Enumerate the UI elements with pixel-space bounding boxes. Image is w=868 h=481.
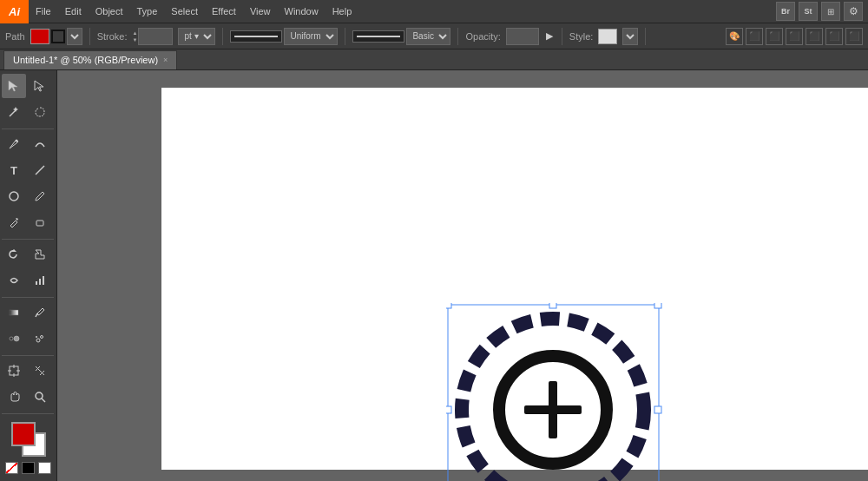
stroke-unit-select[interactable]: pt ▾ xyxy=(178,28,215,45)
basic-select[interactable]: Basic xyxy=(406,28,450,45)
curvature-tool[interactable] xyxy=(28,132,52,156)
svg-rect-4 xyxy=(36,221,43,226)
stroke-arrows[interactable]: ▲ ▼ xyxy=(133,30,138,43)
toolbar-right-icons: 🎨 ⬛ ⬛ ⬛ ⬛ ⬛ ⬛ xyxy=(726,28,863,45)
document-tab[interactable]: Untitled-1* @ 50% (RGB/Preview) × xyxy=(3,50,177,69)
magic-wand-tool[interactable] xyxy=(2,100,26,124)
align-left-icon[interactable]: ⬛ xyxy=(746,28,763,45)
fill-color-swatch[interactable] xyxy=(30,29,49,44)
uniform-select[interactable]: Uniform xyxy=(284,28,338,45)
blend-tool[interactable] xyxy=(2,326,26,351)
svg-rect-23 xyxy=(446,303,451,308)
black-swatch[interactable] xyxy=(22,462,35,474)
pen-tool[interactable] xyxy=(2,132,26,156)
tool-divider-3 xyxy=(2,297,54,298)
svg-rect-6 xyxy=(36,281,37,285)
small-swatches xyxy=(5,462,51,474)
style-label: Style: xyxy=(569,31,594,42)
tool-row-11 xyxy=(2,359,55,383)
gradient-tool[interactable] xyxy=(2,300,26,325)
divider-1 xyxy=(89,28,90,45)
tab-close-btn[interactable]: × xyxy=(163,56,168,64)
graph-tool[interactable] xyxy=(28,268,52,293)
search-icon[interactable]: ⚙ xyxy=(844,2,863,21)
distribute-icon[interactable]: ⬛ xyxy=(806,28,823,45)
ellipse-tool[interactable] xyxy=(2,184,26,208)
svg-rect-9 xyxy=(10,310,18,315)
tool-row-10 xyxy=(2,326,55,351)
opacity-expand-btn[interactable]: ▶ xyxy=(544,28,555,45)
svg-point-1 xyxy=(16,140,18,142)
menu-effect[interactable]: Effect xyxy=(205,0,243,23)
rotate-tool[interactable] xyxy=(2,242,26,267)
svg-point-11 xyxy=(14,336,19,341)
opacity-input[interactable]: 100% xyxy=(506,28,539,45)
symbol-tool[interactable] xyxy=(28,326,52,351)
tool-divider-2 xyxy=(2,239,54,240)
menu-select[interactable]: Select xyxy=(164,0,205,23)
workspace-btn[interactable]: ⊞ xyxy=(821,2,840,21)
menu-object[interactable]: Object xyxy=(89,0,130,23)
pencil-tool[interactable] xyxy=(2,210,26,234)
stroke-spinner[interactable]: ▲ ▼ 16 pt xyxy=(133,28,174,45)
foreground-color-swatch[interactable] xyxy=(11,422,36,446)
align-center-icon[interactable]: ⬛ xyxy=(766,28,783,45)
paintbrush-tool[interactable] xyxy=(28,184,52,208)
line-tool[interactable] xyxy=(28,158,52,182)
lasso-tool[interactable] xyxy=(28,100,52,124)
toolpanel: T xyxy=(0,70,57,481)
artwork-svg[interactable] xyxy=(446,303,663,481)
tool-row-2 xyxy=(2,100,55,124)
svg-rect-7 xyxy=(39,279,41,285)
type-tool[interactable]: T xyxy=(2,158,26,182)
menu-file[interactable]: File xyxy=(29,0,58,23)
tool-divider-4 xyxy=(2,355,54,356)
stroke-label: Stroke: xyxy=(97,31,128,42)
stock-btn[interactable]: St xyxy=(799,2,818,21)
tool-row-6 xyxy=(2,210,55,234)
path-label: Path xyxy=(5,31,25,42)
selection-tool[interactable] xyxy=(2,74,26,98)
opacity-label: Opacity: xyxy=(465,31,500,42)
svg-rect-26 xyxy=(446,406,451,413)
align-right-icon[interactable]: ⬛ xyxy=(786,28,803,45)
none-swatch[interactable] xyxy=(5,462,18,474)
stroke-value-input[interactable]: 16 pt xyxy=(138,28,173,45)
svg-point-13 xyxy=(41,336,43,339)
tool-row-5 xyxy=(2,184,55,208)
menu-edit[interactable]: Edit xyxy=(58,0,89,23)
scale-tool[interactable] xyxy=(28,242,52,267)
warp-tool[interactable] xyxy=(2,268,26,293)
bridge-btn[interactable]: Br xyxy=(776,2,795,21)
svg-rect-24 xyxy=(549,303,556,308)
eyedropper-tool[interactable] xyxy=(28,300,52,325)
menu-type[interactable]: Type xyxy=(130,0,165,23)
stroke-up[interactable]: ▲ xyxy=(133,30,138,36)
slice-tool[interactable] xyxy=(28,359,52,383)
transform-icon[interactable]: ⬛ xyxy=(845,28,863,45)
artboard-tool[interactable] xyxy=(2,359,26,383)
hand-tool[interactable] xyxy=(2,385,26,409)
menubar-right: Br St ⊞ ⚙ xyxy=(776,2,868,21)
canvas-area[interactable] xyxy=(57,70,868,481)
menu-window[interactable]: Window xyxy=(278,0,326,23)
style-preview[interactable] xyxy=(598,29,617,44)
white-swatch[interactable] xyxy=(38,462,51,474)
style-select[interactable]: ▼ xyxy=(622,28,638,45)
stroke-down[interactable]: ▼ xyxy=(133,36,138,43)
stroke-type-select[interactable]: ▼ xyxy=(67,28,82,45)
svg-rect-8 xyxy=(43,276,44,285)
svg-point-10 xyxy=(10,337,13,340)
menu-help[interactable]: Help xyxy=(326,0,359,23)
recolor-icon[interactable]: 🎨 xyxy=(726,28,743,45)
eraser-tool[interactable] xyxy=(28,210,52,234)
direct-selection-tool[interactable] xyxy=(28,74,52,98)
tool-row-12 xyxy=(2,385,55,409)
divider-4 xyxy=(457,28,458,45)
tool-row-9 xyxy=(2,300,55,325)
zoom-tool[interactable] xyxy=(28,385,52,409)
stroke-color-swatch[interactable] xyxy=(51,30,65,43)
tabbar: Untitled-1* @ 50% (RGB/Preview) × xyxy=(0,49,868,70)
menu-view[interactable]: View xyxy=(243,0,278,23)
pathfinder-icon[interactable]: ⬛ xyxy=(825,28,843,45)
